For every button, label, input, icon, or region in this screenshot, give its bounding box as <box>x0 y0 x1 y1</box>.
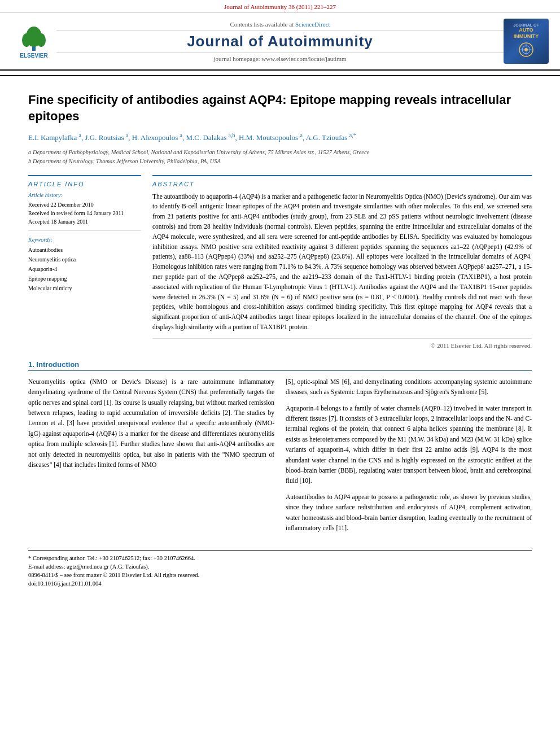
article-info-abstract: ARTICLE INFO Article history: Received 2… <box>28 175 532 349</box>
svg-point-4 <box>37 33 46 47</box>
history-group: Article history: Received 22 December 20… <box>28 192 141 231</box>
badge-title: AUTOIMMUNITY <box>514 27 539 40</box>
svg-point-3 <box>22 33 31 47</box>
intro-heading: 1. Introduction <box>28 360 532 371</box>
abstract-section: ABSTRACT The autoantibody to aquaporin-4… <box>152 175 532 349</box>
intro-body: Neuromyelitis optica (NMO or Devic's Dis… <box>28 377 532 539</box>
contents-line: Contents lists available at ScienceDirec… <box>56 21 504 28</box>
doi-line: doi:10.1016/j.jaut.2011.01.004 <box>28 580 532 587</box>
intro-left-col: Neuromyelitis optica (NMO or Devic's Dis… <box>28 377 274 539</box>
keyword-4: Epitope mapping <box>28 274 141 283</box>
badge-emblem-icon <box>515 41 537 58</box>
accepted-date: Accepted 18 January 2011 <box>28 217 141 226</box>
intro-text-left: Neuromyelitis optica (NMO or Devic's Dis… <box>28 378 274 468</box>
citation-bar: Journal of Autoimmunity 36 (2011) 221–22… <box>0 0 560 13</box>
authors-line: E.I. Kampylafka a, J.G. Routsias a, H. A… <box>28 131 532 143</box>
article-title: Fine specificity of antibodies against A… <box>28 92 532 124</box>
main-content: Fine specificity of antibodies against A… <box>0 81 560 600</box>
article-info-label: ARTICLE INFO <box>28 181 141 187</box>
affiliations: a Department of Pathophysiology, Medical… <box>28 148 532 166</box>
received-date: Received 22 December 2010 <box>28 200 141 209</box>
intro-right-col: [5], optic-spinal MS [6], and demyelinat… <box>286 377 532 539</box>
intro-para-right-3: Autoantibodies to AQP4 appear to possess… <box>286 492 532 534</box>
homepage-label: journal homepage: www.elsevier.com/locat… <box>213 55 346 62</box>
journal-title: Journal of Autoimmunity <box>56 33 504 50</box>
footnote-section: * Corresponding author. Tel.: +30 210746… <box>28 550 532 587</box>
header-center: Contents lists available at ScienceDirec… <box>56 21 504 62</box>
history-label: Article history: <box>28 192 141 198</box>
issn-line: 0896-8411/$ – see front matter © 2011 El… <box>28 572 532 578</box>
affiliation-a: a Department of Pathophysiology, Medical… <box>28 148 532 157</box>
journal-header: ELSEVIER Contents lists available at Sci… <box>0 13 560 71</box>
journal-homepage: journal homepage: www.elsevier.com/locat… <box>56 55 504 62</box>
abstract-text: The autoantibody to aquaporin-4 (AQP4) i… <box>152 192 532 333</box>
article-info-section: ARTICLE INFO Article history: Received 2… <box>28 175 141 349</box>
keywords-label: Keywords: <box>28 237 141 243</box>
corresponding-author: * Corresponding author. Tel.: +30 210746… <box>28 555 532 561</box>
email-line: E-mail address: agtz@med.uoa.gr (A.G. Tz… <box>28 563 532 570</box>
journal-badge: JOURNAL OF AUTOIMMUNITY <box>504 19 549 64</box>
intro-para-right-2: Aquaporin-4 belongs to a family of water… <box>286 403 532 486</box>
intro-text-right-2: Aquaporin-4 belongs to a family of water… <box>286 405 532 484</box>
keyword-1: Autoantibodies <box>28 245 141 255</box>
intro-para-right-1: [5], optic-spinal MS [6], and demyelinat… <box>286 377 532 397</box>
elsevier-tree-icon <box>14 24 54 53</box>
intro-para-1: Neuromyelitis optica (NMO or Devic's Dis… <box>28 377 274 470</box>
elsevier-logo: ELSEVIER <box>11 24 56 59</box>
abstract-label: ABSTRACT <box>152 181 532 187</box>
elsevier-label: ELSEVIER <box>20 53 47 59</box>
intro-text-right-3: Autoantibodies to AQP4 appear to possess… <box>286 493 532 531</box>
copyright-line: © 2011 Elsevier Ltd. All rights reserved… <box>152 338 532 349</box>
keyword-2: Neuromyelitis optica <box>28 255 141 264</box>
introduction-section: 1. Introduction Neuromyelitis optica (NM… <box>28 360 532 539</box>
sciencedirect-link[interactable]: ScienceDirect <box>295 21 330 28</box>
revised-date: Received in revised form 14 January 2011 <box>28 209 141 217</box>
keyword-3: Aquaporin-4 <box>28 264 141 274</box>
affiliation-b: b Department of Neurology, Thomas Jeffer… <box>28 157 532 166</box>
keywords-section: Keywords: Autoantibodies Neuromyelitis o… <box>28 237 141 293</box>
citation-text: Journal of Autoimmunity 36 (2011) 221–22… <box>224 3 336 10</box>
keyword-5: Molecular mimicry <box>28 283 141 293</box>
